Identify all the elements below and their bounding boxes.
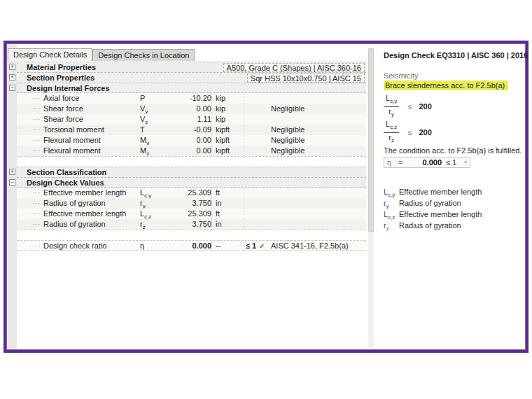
fraction: Lc,zrz xyxy=(384,120,399,144)
eta-limit: ≤ 1 xyxy=(446,158,456,167)
row-note xyxy=(271,93,366,104)
group-value: A500, Grade C (Shapes) | AISC 360-16 xyxy=(223,63,365,72)
table-gap-row xyxy=(17,156,366,167)
expand-icon[interactable]: + xyxy=(9,64,15,70)
legend-description: Radius of gyration xyxy=(399,197,461,209)
formula-list: Lc,yry≤200Lc,zrz≤200 xyxy=(384,97,522,142)
design-check-title: Design Check EQ3310 | AISC 360 | 2016 xyxy=(384,51,522,59)
legend-symbol: ry xyxy=(384,197,399,209)
slenderness-formula: Lc,zrz≤200 xyxy=(384,122,522,142)
less-equal-sign: ≤ xyxy=(407,128,412,136)
eta-symbol: η xyxy=(387,158,398,167)
design-check-category: Seismicity xyxy=(384,71,522,80)
row-value: -0.09 xyxy=(183,125,211,135)
row-symbol: P xyxy=(140,93,183,104)
table-group-row[interactable]: +Section Classification xyxy=(17,167,366,177)
formula-limit: 200 xyxy=(419,102,431,111)
table-gap-row xyxy=(17,230,366,240)
row-note: Negligible xyxy=(271,125,366,135)
row-limit xyxy=(244,125,259,135)
row-name: Torsional moment xyxy=(17,125,140,135)
expand-icon[interactable]: + xyxy=(9,74,15,80)
eta-value: 0.000 xyxy=(411,158,446,167)
table-rows: +Material PropertiesA500, Grade C (Shape… xyxy=(17,62,366,251)
legend-description: Radius of gyration xyxy=(399,220,461,231)
fraction: Lc,yry xyxy=(384,94,399,118)
table-row: Radius of gyrationrz3.750in xyxy=(17,219,366,230)
table-row: Shear forceVy0.00kipNegligible xyxy=(17,104,366,114)
table-group-row[interactable]: +Material PropertiesA500, Grade C (Shape… xyxy=(17,62,366,72)
legend-row: rzRadius of gyration xyxy=(384,220,522,231)
collapse-icon[interactable]: − xyxy=(9,179,15,186)
selected-design-check-item[interactable]: Brace slenderness acc. to F2.5b(a) xyxy=(384,80,508,90)
ratio-result-combobox[interactable]: η = 0.000 ≤ 1 ▾ xyxy=(384,157,470,168)
legend-description: Effective member length xyxy=(399,209,482,220)
row-value: -10.20 xyxy=(183,93,211,104)
group-label: Design Internal Forces xyxy=(17,83,366,94)
tab-design-check-details[interactable]: Design Check Details xyxy=(8,48,92,61)
fraction-denominator: rz xyxy=(384,133,399,145)
row-unit: -- xyxy=(211,241,244,251)
screenshot-canvas: Design Check DetailsDesign Checks in Loc… xyxy=(0,0,532,399)
row-name: Design check ratio xyxy=(17,241,140,251)
collapse-icon[interactable]: − xyxy=(9,85,15,91)
table-row: Flexural momentMz0.00kipftNegligible xyxy=(17,146,366,156)
group-label: Design Check Values xyxy=(17,178,366,188)
row-value: 0.000 xyxy=(183,241,211,251)
table-row: Axial forceP-10.20kip xyxy=(17,93,366,104)
row-name: Axial force xyxy=(17,93,140,104)
legend-row: ryRadius of gyration xyxy=(384,197,522,209)
table-group-row[interactable]: −Design Check Values xyxy=(17,177,366,188)
fraction-denominator: ry xyxy=(384,107,399,119)
legend-symbol: Lc,y xyxy=(384,186,399,197)
legend-row: Lc,yEffective member length xyxy=(384,186,522,197)
row-reference: AISC 341-16, F2.5b(a) xyxy=(271,241,366,251)
row-unit: kipft xyxy=(211,125,244,135)
group-value: Sqr HSS 10x10x0.750 | AISC 15 xyxy=(247,74,365,83)
tab-bar: Design Check DetailsDesign Checks in Loc… xyxy=(8,48,195,61)
design-check-panel: Design Check DetailsDesign Checks in Loc… xyxy=(7,44,525,349)
slenderness-formula: Lc,yry≤200 xyxy=(384,97,522,116)
row-status xyxy=(259,93,271,104)
table-row: Effective member lengthLc,z25.309ft xyxy=(17,209,366,219)
window-frame: Design Check DetailsDesign Checks in Loc… xyxy=(4,41,528,353)
legend-symbol: rz xyxy=(384,220,399,231)
table-group-row[interactable]: −Design Internal Forces xyxy=(17,83,366,93)
fraction-numerator: Lc,y xyxy=(384,94,399,106)
table-row: Shear forceVz1.11kip xyxy=(17,114,366,125)
fraction-numerator: Lc,z xyxy=(384,120,399,132)
chevron-down-icon[interactable]: ▾ xyxy=(464,160,467,165)
row-limit: ≤ 1 xyxy=(244,241,259,251)
equals-sign: = xyxy=(398,158,411,167)
table-row: Torsional momentT-0.09kipftNegligible xyxy=(17,125,366,135)
less-equal-sign: ≤ xyxy=(407,102,412,111)
vertical-scrollbar[interactable] xyxy=(368,48,374,348)
table-row: Flexural momentMy0.00kipftNegligible xyxy=(17,135,366,146)
row-limit xyxy=(244,93,259,104)
formula-limit: 200 xyxy=(419,128,431,136)
group-label: Section Classification xyxy=(17,167,366,178)
scrollbar-thumb[interactable] xyxy=(368,48,374,232)
expand-icon[interactable]: + xyxy=(9,169,15,175)
row-symbol: η xyxy=(140,241,183,251)
table-group-row[interactable]: +Section PropertiesSqr HSS 10x10x0.750 |… xyxy=(17,72,366,83)
legend-symbol: Lc,z xyxy=(384,209,399,220)
row-status xyxy=(259,125,271,135)
check-icon: ✔ xyxy=(259,241,271,251)
row-symbol: T xyxy=(140,125,183,135)
row-unit: kip xyxy=(211,93,244,104)
table-row: Radius of gyrationry3.750in xyxy=(17,198,366,209)
legend-description: Effective member length xyxy=(399,186,482,197)
condition-text: The condition acc. to F2.5b(a) is fulfil… xyxy=(384,146,522,155)
symbol-legend: Lc,yEffective member lengthryRadius of g… xyxy=(384,186,522,231)
design-check-detail-panel: Design Check EQ3310 | AISC 360 | 2016 Se… xyxy=(377,44,525,349)
table-row: Effective member lengthLc,y25.309ft xyxy=(17,188,366,198)
legend-row: Lc,zEffective member length xyxy=(384,209,522,220)
tab-design-checks-in-location[interactable]: Design Checks in Location xyxy=(92,49,195,61)
table-row: Design check ratioη0.000--≤ 1✔AISC 341-1… xyxy=(17,240,366,251)
